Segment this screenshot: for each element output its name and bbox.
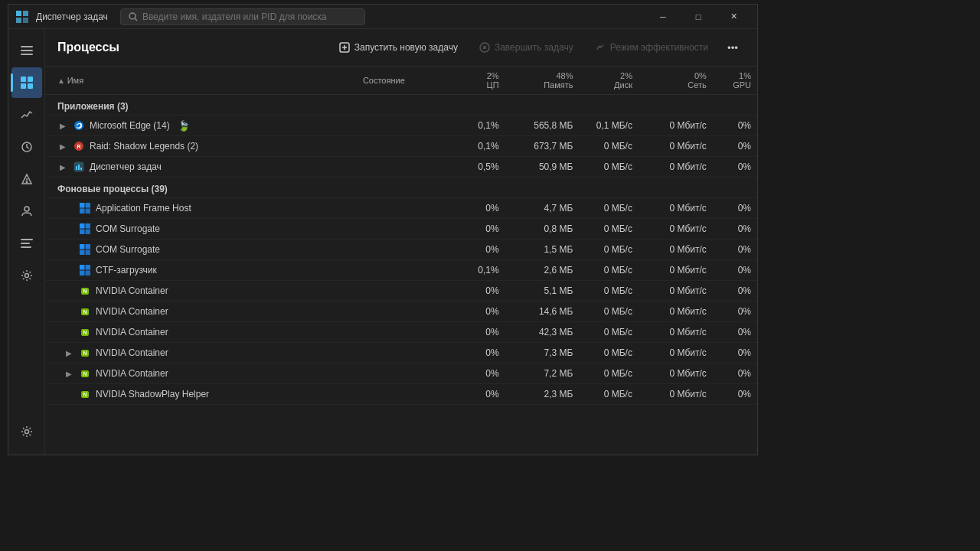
expand-button[interactable]: ▶ <box>57 141 68 152</box>
process-cpu: 0% <box>446 322 505 343</box>
table-row[interactable]: ▶ Диспетчер задач 0,5% 50,9 МБ 0 МБ/с 0 … <box>45 157 757 178</box>
process-name-label: NVIDIA ShadowPlay Helper <box>96 389 209 399</box>
search-box[interactable] <box>120 8 365 25</box>
close-button[interactable]: ✕ <box>716 5 751 29</box>
process-cpu: 0% <box>446 364 505 384</box>
process-name-cell: ▶ Microsoft Edge (14) 🍃 <box>45 116 357 136</box>
process-state <box>357 260 446 281</box>
expand-button[interactable]: ▶ <box>57 161 68 172</box>
sidebar-item-performance[interactable] <box>11 99 42 130</box>
search-input[interactable] <box>142 11 357 22</box>
process-name-label: Raid: Shadow Legends (2) <box>90 141 198 152</box>
sort-arrow: ▲ <box>57 77 67 85</box>
svg-rect-46 <box>86 244 91 249</box>
process-gpu: 0% <box>713 136 757 157</box>
process-gpu: 0% <box>713 198 757 219</box>
col-disk[interactable]: 2% Диск <box>579 67 638 95</box>
app-icon <box>73 119 85 132</box>
process-name-label: CTF-загрузчик <box>96 265 157 276</box>
efficiency-label: Режим эффективности <box>610 42 708 53</box>
table-row[interactable]: ▶ N NVIDIA Container 0% 7,2 МБ 0 МБ/с 0 … <box>45 364 757 384</box>
process-network: 0 Мбит/с <box>639 260 713 281</box>
svg-rect-10 <box>28 77 33 82</box>
minimize-button[interactable]: ─ <box>645 5 681 29</box>
table-row[interactable]: ▶ COM Surrogate 0% 1,5 МБ 0 МБ/с 0 Мбит/… <box>45 240 757 260</box>
process-network: 0 Мбит/с <box>639 281 713 302</box>
table-row[interactable]: ▶ N NVIDIA Container 0% 14,6 МБ 0 МБ/с 0… <box>45 302 757 322</box>
new-task-icon <box>339 42 350 53</box>
sidebar-item-startup[interactable] <box>11 164 42 194</box>
process-name-label: Microsoft Edge (14) <box>90 120 170 131</box>
svg-rect-7 <box>21 50 33 51</box>
sidebar-item-settings[interactable] <box>11 416 42 447</box>
process-gpu: 0% <box>713 219 757 240</box>
efficiency-badge: 🍃 <box>178 120 190 132</box>
svg-rect-45 <box>80 244 85 249</box>
process-memory: 50,9 МБ <box>505 157 580 178</box>
expand-button[interactable]: ▶ <box>57 120 68 131</box>
col-network[interactable]: 0% Сеть <box>639 67 713 95</box>
efficiency-mode-button[interactable]: Режим эффективности <box>586 38 717 57</box>
svg-rect-36 <box>80 168 82 170</box>
table-row[interactable]: ▶ N NVIDIA Container 0% 42,3 МБ 0 МБ/с 0… <box>45 322 757 343</box>
process-disk: 0 МБ/с <box>579 136 638 157</box>
col-memory[interactable]: 48% Память <box>505 67 580 95</box>
process-disk: 0 МБ/с <box>579 384 638 405</box>
expand-button[interactable]: ▶ <box>64 347 74 358</box>
search-icon <box>129 12 138 21</box>
sidebar-item-history[interactable] <box>11 132 42 162</box>
sidebar-item-menu[interactable] <box>11 35 42 66</box>
process-name-label: Диспетчер задач <box>90 161 162 172</box>
sidebar-item-services[interactable] <box>11 260 42 291</box>
process-name-cell: ▶ N NVIDIA Container <box>45 343 357 364</box>
table-row[interactable]: ▶ N NVIDIA ShadowPlay Helper 0% 2,3 МБ 0… <box>45 384 757 405</box>
col-state[interactable]: Состояние <box>357 67 446 95</box>
svg-rect-51 <box>80 271 85 276</box>
svg-point-30 <box>74 121 83 130</box>
col-gpu[interactable]: 1% GPU <box>713 67 757 95</box>
process-gpu: 0% <box>713 322 757 343</box>
more-options-button[interactable]: ••• <box>720 35 745 60</box>
table-row[interactable]: ▶ N NVIDIA Container 0% 5,1 МБ 0 МБ/с 0 … <box>45 281 757 302</box>
process-name-label: NVIDIA Container <box>96 306 168 317</box>
process-gpu: 0% <box>713 302 757 322</box>
sidebar-item-processes[interactable] <box>11 67 42 98</box>
col-name[interactable]: ▲ Имя <box>45 67 357 95</box>
sidebar-item-details[interactable] <box>11 228 42 259</box>
more-icon: ••• <box>727 42 738 54</box>
process-disk: 0 МБ/с <box>579 260 638 281</box>
new-task-button[interactable]: Запустить новую задачу <box>330 38 467 57</box>
expand-button[interactable]: ▶ <box>64 368 74 379</box>
sidebar-item-users[interactable] <box>11 196 42 227</box>
process-network: 0 Мбит/с <box>639 343 713 364</box>
maximize-button[interactable]: □ <box>681 5 716 29</box>
table-row[interactable]: ▶ Microsoft Edge (14) 🍃 0,1% 565,8 МБ 0,… <box>45 116 757 136</box>
svg-rect-8 <box>21 54 33 55</box>
process-name-label: NVIDIA Container <box>96 347 168 358</box>
process-memory: 565,8 МБ <box>505 116 580 136</box>
process-network: 0 Мбит/с <box>639 157 713 178</box>
svg-rect-12 <box>28 83 33 89</box>
svg-rect-44 <box>86 230 91 235</box>
process-table-container[interactable]: ▲ Имя Состояние 2% ЦП <box>45 67 757 455</box>
svg-rect-41 <box>80 223 85 229</box>
svg-rect-52 <box>86 271 91 276</box>
process-disk: 0 МБ/с <box>579 302 638 322</box>
window-controls: ─ □ ✕ <box>645 5 751 29</box>
table-row[interactable]: ▶ COM Surrogate 0% 0,8 МБ 0 МБ/с 0 Мбит/… <box>45 219 757 240</box>
col-cpu[interactable]: 2% ЦП <box>446 67 505 95</box>
table-row[interactable]: ▶ N NVIDIA Container 0% 7,3 МБ 0 МБ/с 0 … <box>45 343 757 364</box>
process-name-label: Application Frame Host <box>96 203 191 214</box>
end-task-label: Завершить задачу <box>495 42 573 53</box>
col-mem-header: 48% Память <box>511 71 573 90</box>
col-disk-header: 2% Диск <box>585 71 632 90</box>
table-header-row: ▲ Имя Состояние 2% ЦП <box>45 67 757 95</box>
svg-point-16 <box>26 181 28 183</box>
table-row[interactable]: ▶ Application Frame Host 0% 4,7 МБ 0 МБ/… <box>45 198 757 219</box>
table-row[interactable]: ▶ R Raid: Shadow Legends (2) 0,1% 673,7 … <box>45 136 757 157</box>
table-row[interactable]: ▶ CTF-загрузчик 0,1% 2,6 МБ 0 МБ/с 0 Мби… <box>45 260 757 281</box>
process-cpu: 0% <box>446 281 505 302</box>
process-state <box>357 136 446 157</box>
svg-rect-47 <box>80 250 85 256</box>
end-task-button[interactable]: Завершить задачу <box>470 38 583 57</box>
